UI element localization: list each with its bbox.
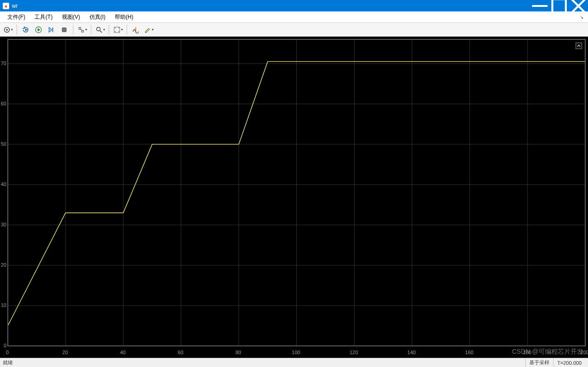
run-button[interactable] bbox=[33, 24, 44, 35]
window-title: wr bbox=[12, 3, 530, 9]
legend-toggle[interactable] bbox=[576, 43, 582, 49]
ruler-icon bbox=[132, 26, 139, 33]
x-tick-label: 180 bbox=[523, 350, 531, 355]
maximize-button[interactable] bbox=[549, 0, 569, 11]
menu-file[interactable]: 文件(F) bbox=[3, 12, 30, 22]
x-tick-label: 20 bbox=[62, 350, 68, 355]
play-icon bbox=[35, 26, 42, 33]
step-button[interactable] bbox=[45, 24, 57, 35]
highlight-button[interactable]: ▾ bbox=[143, 24, 155, 35]
y-tick-label: 10 bbox=[0, 302, 6, 308]
line-chart bbox=[8, 39, 585, 346]
svg-rect-1 bbox=[552, 0, 566, 12]
x-tick-label: 200 bbox=[581, 350, 588, 355]
svg-marker-9 bbox=[49, 27, 52, 32]
x-tick-label: 140 bbox=[407, 350, 416, 355]
stop-button[interactable] bbox=[58, 24, 70, 35]
y-tick-label: 30 bbox=[0, 222, 6, 227]
status-time: T=200.000 bbox=[553, 358, 585, 367]
restart-icon bbox=[22, 26, 29, 33]
y-tick-label: 60 bbox=[0, 101, 6, 106]
autoscale-button[interactable]: ▾ bbox=[112, 24, 124, 35]
svg-line-16 bbox=[100, 31, 102, 33]
x-tick-label: 0 bbox=[6, 350, 9, 355]
gear-icon bbox=[3, 26, 11, 33]
title-bar: ▲ wr bbox=[0, 0, 588, 11]
svg-point-15 bbox=[96, 27, 100, 31]
menu-corner-icon[interactable]: ↘ bbox=[580, 15, 585, 20]
svg-marker-6 bbox=[25, 28, 28, 31]
minimize-button[interactable] bbox=[530, 0, 549, 11]
highlight-icon bbox=[144, 26, 151, 33]
zoom-icon bbox=[95, 26, 103, 33]
menu-help[interactable]: 帮助(H) bbox=[110, 12, 138, 22]
x-tick-label: 100 bbox=[292, 350, 300, 355]
svg-point-5 bbox=[6, 29, 8, 31]
close-button[interactable] bbox=[569, 0, 588, 11]
chart-axes[interactable] bbox=[7, 39, 586, 346]
y-tick-label: 40 bbox=[0, 181, 6, 187]
x-tick-label: 80 bbox=[235, 350, 241, 355]
app-icon: ▲ bbox=[3, 3, 9, 9]
zoom-button[interactable]: ▾ bbox=[94, 24, 106, 35]
restart-button[interactable] bbox=[20, 24, 32, 35]
menu-tools[interactable]: 工具(T) bbox=[30, 12, 57, 22]
chevron-up-icon bbox=[577, 44, 581, 48]
y-tick-label: 50 bbox=[0, 141, 6, 147]
x-tick-label: 120 bbox=[349, 350, 358, 355]
x-tick-label: 60 bbox=[178, 350, 183, 355]
scope-area: 010203040506070 020406080100120140160180… bbox=[0, 37, 588, 358]
menu-bar: 文件(F) 工具(T) 视图(V) 仿真(I) 帮助(H) ↘ bbox=[0, 11, 588, 23]
svg-rect-11 bbox=[62, 27, 67, 32]
menu-sim[interactable]: 仿真(I) bbox=[85, 12, 110, 22]
y-tick-label: 0 bbox=[0, 343, 6, 348]
settings-button[interactable]: ▾ bbox=[2, 24, 14, 35]
y-tick-label: 20 bbox=[0, 262, 6, 268]
status-sample: 基于采样 bbox=[525, 358, 553, 367]
trigger-button[interactable]: ▾ bbox=[76, 24, 88, 35]
toolbar: ▾ ▾ ▾ ▾ ▾ bbox=[0, 23, 588, 37]
svg-rect-13 bbox=[82, 30, 83, 32]
svg-line-14 bbox=[81, 29, 82, 30]
measure-button[interactable] bbox=[130, 24, 142, 35]
trigger-icon bbox=[78, 26, 85, 33]
status-bar: 就绪 基于采样 T=200.000 bbox=[0, 358, 588, 367]
svg-marker-8 bbox=[38, 28, 40, 31]
scope-background: 010203040506070 020406080100120140160180… bbox=[0, 37, 588, 358]
step-forward-icon bbox=[48, 26, 55, 33]
stop-icon bbox=[61, 26, 68, 33]
svg-rect-12 bbox=[79, 27, 81, 29]
y-tick-label: 70 bbox=[0, 60, 6, 66]
autoscale-icon bbox=[113, 26, 121, 33]
x-tick-label: 40 bbox=[120, 350, 126, 355]
status-ready: 就绪 bbox=[3, 359, 13, 366]
menu-view[interactable]: 视图(V) bbox=[57, 12, 85, 22]
x-tick-label: 160 bbox=[465, 350, 473, 355]
